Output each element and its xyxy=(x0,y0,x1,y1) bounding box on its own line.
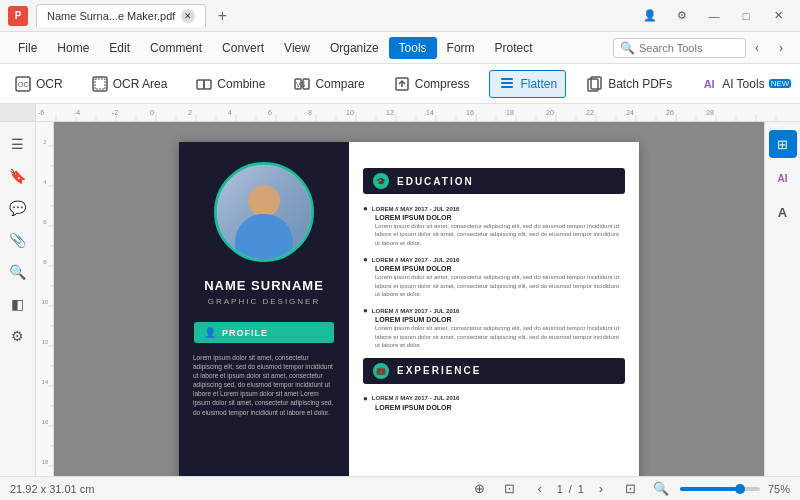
zoom-out-button[interactable]: 🔍 xyxy=(650,478,672,500)
svg-text:22: 22 xyxy=(586,109,594,116)
panel-search-icon[interactable]: 🔍 xyxy=(4,258,32,286)
status-bar: 21.92 x 31.01 cm ⊕ ⊡ ‹ 1 / 1 › ⊡ 🔍 75% xyxy=(0,476,800,500)
panel-bookmark-icon[interactable]: 🔖 xyxy=(4,162,32,190)
cv-profile-bar: 👤 PROFILE xyxy=(194,322,334,343)
new-tab-button[interactable]: + xyxy=(210,4,234,28)
education-title: EDUCATION xyxy=(397,176,474,187)
svg-text:24: 24 xyxy=(626,109,634,116)
profile-icon: 👤 xyxy=(204,327,216,338)
menu-organize[interactable]: Organize xyxy=(320,37,389,59)
nav-arrows: ‹ › xyxy=(746,37,792,59)
active-tab[interactable]: Name Surna...e Maker.pdf ✕ xyxy=(36,4,206,27)
edu-text-3: Lorem ipsum dolor sit amet, consectetur … xyxy=(363,324,625,349)
menu-tools[interactable]: Tools xyxy=(389,37,437,59)
fit-page-button[interactable]: ⊡ xyxy=(620,478,642,500)
exp-title-1: LOREM IPSUM DOLOR xyxy=(363,404,625,411)
ocr-label: OCR xyxy=(36,77,63,91)
maximize-button[interactable]: □ xyxy=(732,6,760,26)
menu-form[interactable]: Form xyxy=(437,37,485,59)
ocr-button[interactable]: OCR OCR xyxy=(6,71,71,97)
menu-convert[interactable]: Convert xyxy=(212,37,274,59)
ruler-ticks: // Generate tick marks in SVG - we'll do… xyxy=(36,104,796,121)
svg-text:12: 12 xyxy=(386,109,394,116)
ocr-area-icon xyxy=(91,75,109,93)
zoom-slider[interactable] xyxy=(680,487,760,491)
right-panel-btn-ai[interactable]: AI xyxy=(769,164,797,192)
compare-label: Compare xyxy=(315,77,364,91)
edu-title-2: LOREM IPSUM DOLOR xyxy=(363,265,625,272)
svg-rect-14 xyxy=(501,78,513,80)
settings-button[interactable]: ⚙ xyxy=(668,6,696,26)
left-panel: ☰ 🔖 💬 📎 🔍 ◧ ⚙ xyxy=(0,122,36,476)
svg-rect-3 xyxy=(95,79,105,89)
search-box[interactable]: 🔍 xyxy=(613,38,746,58)
panel-attachment-icon[interactable]: 📎 xyxy=(4,226,32,254)
next-page-button[interactable]: › xyxy=(590,478,612,500)
panel-comment-icon[interactable]: 💬 xyxy=(4,194,32,222)
combine-button[interactable]: Combine xyxy=(187,71,273,97)
batch-pdfs-icon xyxy=(586,75,604,93)
tab-close-button[interactable]: ✕ xyxy=(181,9,195,23)
person-head xyxy=(248,185,280,217)
app-icon: P xyxy=(8,6,28,26)
page-current: 1 xyxy=(557,483,563,495)
compare-button[interactable]: VS Compare xyxy=(285,71,372,97)
panel-layers-icon[interactable]: ◧ xyxy=(4,290,32,318)
menu-edit[interactable]: Edit xyxy=(99,37,140,59)
zoom-slider-container[interactable] xyxy=(680,487,760,491)
svg-text:-4: -4 xyxy=(74,109,80,116)
flatten-button[interactable]: Flatten xyxy=(489,70,566,98)
zoom-thumb[interactable] xyxy=(735,484,745,494)
svg-rect-12 xyxy=(501,82,513,84)
ai-tools-button[interactable]: AI AI Tools NEW xyxy=(692,71,799,97)
profile-label: PROFILE xyxy=(222,328,268,338)
right-panel-btn-1[interactable]: ⊞ xyxy=(769,130,797,158)
search-icon: 🔍 xyxy=(620,41,635,55)
svg-text:10: 10 xyxy=(41,299,48,305)
svg-text:-2: -2 xyxy=(112,109,118,116)
nav-back-button[interactable]: ‹ xyxy=(746,37,768,59)
edu-date-2: LOREM // MAY 2017 - JUL 2016 xyxy=(363,255,625,264)
edu-item-1: LOREM // MAY 2017 - JUL 2016 LOREM IPSUM… xyxy=(363,204,625,247)
svg-text:OCR: OCR xyxy=(18,81,31,88)
close-button[interactable]: ✕ xyxy=(764,6,792,26)
panel-settings-icon[interactable]: ⚙ xyxy=(4,322,32,350)
compress-button[interactable]: Compress xyxy=(385,71,478,97)
menu-home[interactable]: Home xyxy=(47,37,99,59)
nav-forward-button[interactable]: › xyxy=(770,37,792,59)
svg-text:4: 4 xyxy=(43,179,47,185)
cv-name: NAME SURNAME xyxy=(204,278,324,293)
edu-date-1: LOREM // MAY 2017 - JUL 2016 xyxy=(363,204,625,213)
panel-menu-icon[interactable]: ☰ xyxy=(4,130,32,158)
cv-experience-header: 💼 EXPERIENCE xyxy=(363,358,625,384)
combine-icon xyxy=(195,75,213,93)
page-navigation: ‹ 1 / 1 › xyxy=(529,478,612,500)
search-input[interactable] xyxy=(639,42,739,54)
minimize-button[interactable]: — xyxy=(700,6,728,26)
svg-text:6: 6 xyxy=(268,109,272,116)
svg-text:8: 8 xyxy=(308,109,312,116)
svg-rect-4 xyxy=(197,80,204,89)
tab-bar: Name Surna...e Maker.pdf ✕ + xyxy=(36,4,636,28)
menu-comment[interactable]: Comment xyxy=(140,37,212,59)
svg-text:16: 16 xyxy=(466,109,474,116)
user-button[interactable]: 👤 xyxy=(636,6,664,26)
cv-profile-text: Lorem ipsum dolor sit amet, consectetur … xyxy=(179,353,349,417)
cv-job-title: GRAPHIC DESIGNER xyxy=(208,297,320,306)
menu-file[interactable]: File xyxy=(8,37,47,59)
statusbar-icon-2[interactable]: ⊡ xyxy=(499,478,521,500)
ruler-corner xyxy=(0,104,36,122)
svg-text:18: 18 xyxy=(41,459,48,465)
svg-text:16: 16 xyxy=(41,419,48,425)
menu-view[interactable]: View xyxy=(274,37,320,59)
svg-text:12: 12 xyxy=(41,339,48,345)
menu-protect[interactable]: Protect xyxy=(485,37,543,59)
ocr-area-button[interactable]: OCR Area xyxy=(83,71,176,97)
right-panel-btn-a[interactable]: A xyxy=(769,198,797,226)
prev-page-button[interactable]: ‹ xyxy=(529,478,551,500)
document-area: NAME SURNAME GRAPHIC DESIGNER 👤 PROFILE … xyxy=(54,122,764,476)
photo-placeholder xyxy=(217,165,311,259)
batch-pdfs-button[interactable]: Batch PDFs xyxy=(578,71,680,97)
compress-label: Compress xyxy=(415,77,470,91)
statusbar-icon-1[interactable]: ⊕ xyxy=(469,478,491,500)
